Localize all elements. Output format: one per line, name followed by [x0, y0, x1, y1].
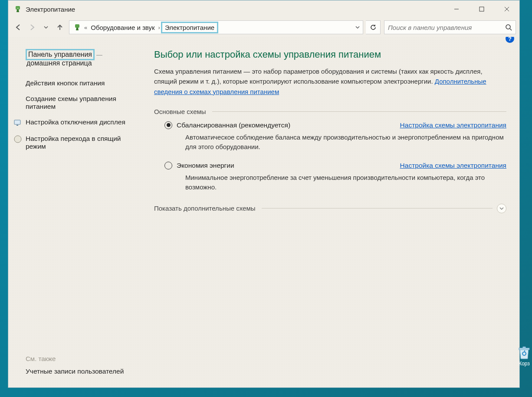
plan-balanced-name: Сбалансированная (рекомендуется) [177, 121, 290, 129]
breadcrumb-power-options[interactable]: Электропитание [161, 22, 218, 33]
section-preferred-plans: Основные схемы [154, 108, 206, 115]
control-panel-window: Электропитание « Оборудование и звук › Э… [8, 0, 520, 388]
svg-line-8 [510, 29, 512, 30]
plan-power-saver-settings-link[interactable]: Настройка схемы электропитания [400, 162, 506, 169]
maximize-button[interactable] [469, 0, 494, 18]
svg-point-7 [506, 25, 510, 29]
sidebar: Панель управления— домашняя страница Дей… [8, 37, 147, 387]
svg-rect-12 [519, 348, 529, 350]
breadcrumb-chevron-icon: › [158, 24, 160, 31]
svg-point-1 [16, 8, 19, 9]
sidebar-item-user-accounts[interactable]: Учетные записи пользователей [26, 368, 139, 375]
plan-power-saver-radio[interactable]: Экономия энергии [164, 162, 234, 169]
search-box[interactable] [384, 20, 516, 34]
recycle-bin-label: Корз [518, 361, 530, 367]
window-title: Электропитание [26, 6, 444, 13]
sidebar-item-sleep[interactable]: Настройка перехода в спящий режим [26, 135, 139, 150]
sidebar-item-power-buttons[interactable]: Действия кнопок питания [26, 79, 139, 87]
titlebar: Электропитание [8, 0, 519, 18]
refresh-button[interactable] [366, 20, 381, 34]
forward-button[interactable] [26, 21, 39, 34]
help-button[interactable]: ? [506, 37, 514, 43]
sidebar-item-display-off[interactable]: Настройка отключения дисплея [26, 118, 139, 127]
plan-balanced-settings-link[interactable]: Настройка схемы электропитания [400, 121, 506, 129]
expand-additional-plans-button[interactable] [497, 204, 506, 213]
page-description: Схема управления питанием — это набор па… [154, 66, 506, 97]
section-additional-plans: Показать дополнительные схемы [154, 205, 256, 212]
close-button[interactable] [494, 0, 519, 18]
plan-power-saver-name: Экономия энергии [177, 162, 234, 169]
address-bar[interactable]: « Оборудование и звук › Электропитание [69, 20, 363, 34]
sidebar-item-create-plan[interactable]: Создание схемы управления питанием [26, 95, 139, 111]
sidebar-home-link[interactable]: Панель управления [26, 49, 95, 60]
svg-rect-6 [75, 24, 79, 28]
desktop-recycle-bin[interactable]: Корз [518, 346, 530, 367]
plan-balanced-radio[interactable]: Сбалансированная (рекомендуется) [164, 121, 290, 129]
plan-balanced: Сбалансированная (рекомендуется) Настрой… [164, 121, 506, 152]
main-panel: ? Выбор или настройка схемы управления п… [147, 37, 519, 387]
address-icon [73, 23, 82, 32]
search-icon[interactable] [505, 24, 512, 31]
back-button[interactable] [12, 21, 25, 34]
search-input[interactable] [388, 24, 505, 31]
svg-rect-3 [479, 7, 484, 11]
recent-dropdown[interactable] [39, 21, 53, 34]
moon-icon [13, 135, 22, 143]
plan-power-saver: Экономия энергии Настройка схемы электро… [164, 162, 506, 192]
svg-rect-9 [14, 120, 20, 124]
breadcrumb-hardware-sound[interactable]: Оборудование и звук [88, 23, 157, 32]
plan-power-saver-desc: Минимальное энергопотребление за счет ум… [185, 173, 506, 192]
svg-rect-10 [16, 125, 18, 126]
up-button[interactable] [53, 21, 66, 34]
radio-icon [164, 121, 172, 129]
page-title: Выбор или настройка схемы управления пит… [154, 49, 506, 60]
navbar: « Оборудование и звук › Электропитание [8, 18, 519, 37]
content-area: Панель управления— домашняя страница Дей… [8, 37, 519, 387]
minimize-button[interactable] [444, 0, 469, 18]
plan-balanced-desc: Автоматическое соблюдение баланса между … [185, 133, 506, 152]
sidebar-home-subtitle: домашняя страница [26, 59, 139, 67]
display-icon [13, 118, 22, 127]
window-controls [444, 0, 519, 18]
svg-point-11 [14, 136, 21, 143]
radio-icon [164, 162, 172, 169]
app-icon [13, 5, 22, 13]
breadcrumb-overflow[interactable]: « [84, 24, 87, 31]
see-also-heading: См. также [26, 355, 139, 362]
address-dropdown-icon[interactable] [355, 25, 360, 30]
